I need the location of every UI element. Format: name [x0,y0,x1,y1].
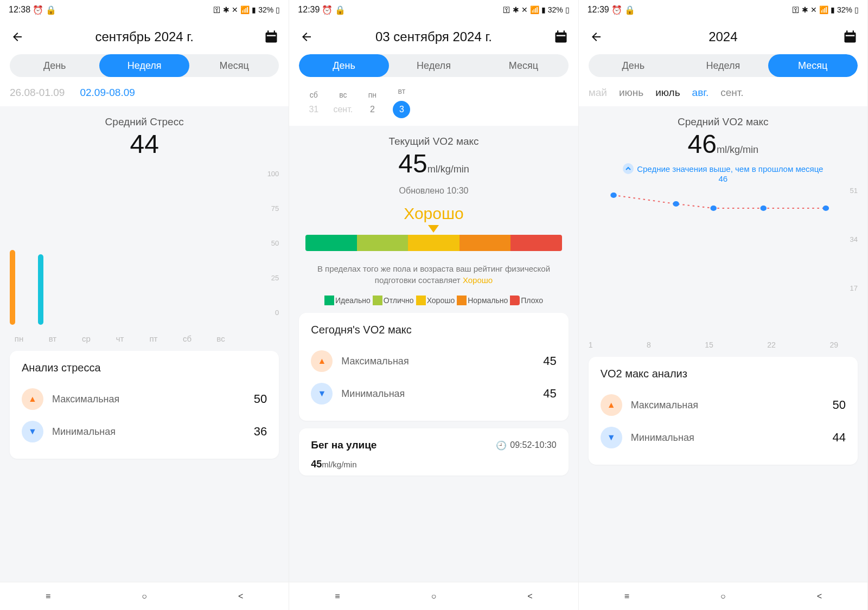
stat-max-row: ▲ Максимальная 45 [311,345,556,377]
day-strip[interactable]: сб 31 вс сент. пн 2 вт 3 [289,85,578,126]
tab-month[interactable]: Месяц [478,54,568,77]
scale-normal [459,235,510,251]
arrow-up-icon: ▲ [601,394,622,416]
status-bar: 12:39 ⏰ 🔒 ⚿ ✱ ✕ 📶 ▮ 32% ▯ [289,0,578,20]
stat-max-row: ▲ Максимальная 50 [601,389,846,421]
chevron-up-icon [623,163,634,174]
status-bar: 12:38 ⏰ 🔒 ⚿ ✱ ✕ 📶 ▮ 32% ▯ [0,0,289,20]
arrow-down-icon: ▼ [601,427,622,448]
wifi-icon: 📶 [530,5,539,14]
bar-mon [10,250,15,325]
svg-rect-9 [846,30,847,34]
lock-icon: 🔒 [335,5,346,15]
tab-day[interactable]: День [589,54,678,77]
alarm-icon: ⏰ [33,5,43,15]
metric-value: 45ml/kg/min [289,149,578,178]
android-nav-bar: ≡ ○ < [289,582,578,610]
day-col-active[interactable]: вт 3 [387,87,416,118]
x-label: чт [111,334,129,343]
recent-apps-button[interactable]: ≡ [624,592,629,601]
calendar-button[interactable] [264,29,279,44]
back-button[interactable] [589,29,604,44]
back-button[interactable] [10,29,25,44]
phone-screen-vo2-day: 12:39 ⏰ 🔒 ⚿ ✱ ✕ 📶 ▮ 32% ▯ 03 сентября 20… [289,0,578,610]
signal-icon: ▮ [252,5,256,14]
vpn-icon: ⚿ [213,5,221,14]
svg-point-12 [610,192,617,198]
calendar-button[interactable] [553,29,569,44]
tab-month[interactable]: Месяц [189,54,279,77]
tab-day[interactable]: День [299,54,388,77]
day-col[interactable]: сб 31 [299,91,328,114]
bt-icon: ✱ [513,5,519,14]
bt-icon: ✱ [223,5,229,14]
month-item[interactable]: сент. [720,87,743,99]
rating-scale [305,235,561,251]
day-col[interactable]: пн 2 [358,91,387,114]
home-button[interactable]: ○ [142,592,147,601]
session-value: 45ml/kg/min [311,459,556,470]
y-tick: 100 [267,170,279,178]
metric-title: Текущий VO2 макс [289,136,578,147]
status-time: 12:38 [9,5,30,15]
tab-month[interactable]: Месяц [768,54,858,77]
stat-min-value: 45 [543,387,556,401]
bar-tue [38,254,43,325]
month-strip[interactable]: май июнь июль авг. сент. [579,85,867,106]
tab-week[interactable]: Неделя [678,54,768,77]
svg-rect-11 [846,35,854,36]
period-segmented: День Неделя Месяц [299,54,568,77]
vo2-line-chart: 51 34 17 1 8 15 22 29 [589,187,858,349]
android-nav-bar: ≡ ○ < [0,582,289,610]
date-range-prev[interactable]: 26.08-01.09 [10,87,65,99]
svg-rect-2 [274,30,275,34]
session-card[interactable]: Бег на улице 🕘 09:52-10:30 45ml/kg/min [299,428,568,476]
month-item[interactable]: июнь [619,87,643,99]
svg-rect-6 [563,30,564,34]
app-header: сентябрь 2024 г. [0,20,289,54]
tab-day[interactable]: День [10,54,99,77]
status-bar: 12:39 ⏰ 🔒 ⚿ ✱ ✕ 📶 ▮ 32% ▯ [579,0,867,20]
recent-apps-button[interactable]: ≡ [46,592,50,601]
calendar-button[interactable] [843,29,858,44]
tab-week[interactable]: Неделя [99,54,189,77]
metric-title: Средний VO2 макс [579,116,867,128]
svg-rect-4 [555,33,566,43]
app-header: 03 сентября 2024 г. [289,20,578,54]
wifi-icon: 📶 [240,5,250,14]
tab-week[interactable]: Неделя [389,54,478,77]
content-area: Средний VO2 макс 46ml/kg/min Средние зна… [579,106,867,582]
week-strip[interactable]: 26.08-01.09 02.09-08.09 [0,85,289,106]
back-button[interactable] [299,29,314,44]
battery-icon: ▯ [276,5,280,14]
recent-apps-button[interactable]: ≡ [335,592,340,601]
phone-screen-vo2-month: 12:39 ⏰ 🔒 ⚿ ✱ ✕ 📶 ▮ 32% ▯ 2024 День Неде… [579,0,868,610]
x-label: ср [77,334,95,343]
metric-number: 46 [688,130,717,158]
scale-legend: Идеально Отлично Хорошо Нормально Плохо [289,296,578,305]
x-label: 22 [767,341,776,349]
arrow-down-icon: ▼ [22,421,43,442]
stat-max-label: Максимальная [52,394,254,405]
back-nav-button[interactable]: < [817,592,822,601]
home-button[interactable]: ○ [720,592,726,601]
mute-icon: ✕ [810,5,817,14]
month-item-active[interactable]: авг. [692,87,709,99]
y-tick: 34 [850,235,858,243]
android-nav-bar: ≡ ○ < [579,582,867,610]
home-button[interactable]: ○ [431,592,437,601]
month-item[interactable]: май [589,87,607,99]
metric-value: 46ml/kg/min [579,129,867,159]
signal-icon: ▮ [541,5,546,14]
vpn-icon: ⚿ [503,5,510,14]
back-nav-button[interactable]: < [527,592,532,601]
month-item[interactable]: июль [655,87,680,99]
stat-min-label: Минимальная [52,426,254,438]
stat-max-row: ▲ Максимальная 50 [22,383,267,415]
stat-max-value: 50 [254,392,267,406]
svg-point-14 [710,206,717,211]
svg-rect-8 [844,33,856,43]
day-col[interactable]: вс сент. [328,91,358,114]
back-nav-button[interactable]: < [238,592,243,601]
date-range-current[interactable]: 02.09-08.09 [80,87,135,99]
